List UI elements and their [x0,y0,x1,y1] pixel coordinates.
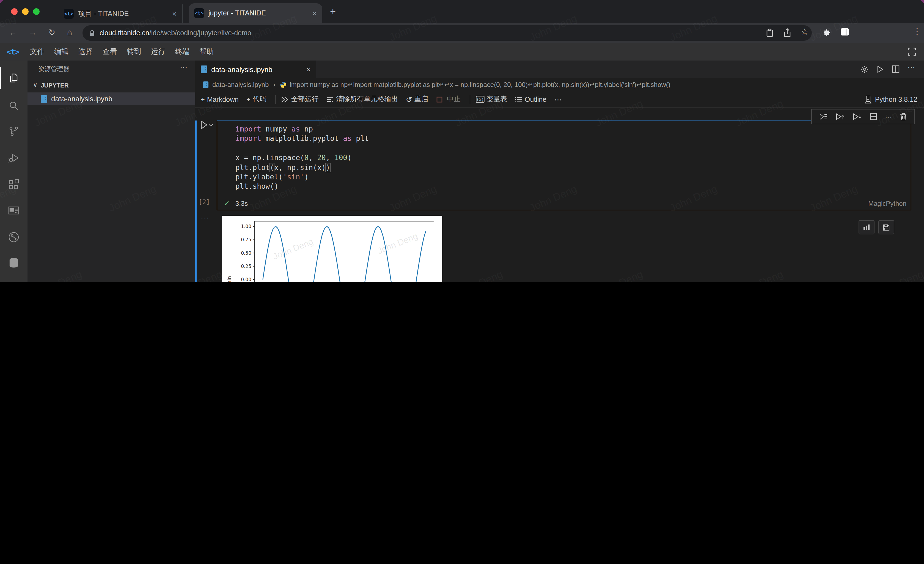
browser-tab-strip: <t> 项目 - TITANIDE × <t> jupyter - TITANI… [0,0,924,23]
fullscreen-icon[interactable] [908,47,916,56]
save-page-icon[interactable] [766,28,774,38]
explorer-sidebar: 资源管理器 ⋯ ∨ JUPYTER data-analysis.ipynb › … [27,60,195,282]
plus-icon: + [246,95,250,103]
code-line: plt.ylabel('sin') [236,172,369,182]
add-code-button[interactable]: +代码 [246,95,267,104]
breadcrumb[interactable]: data-analysis.ipynb › import numpy as np… [195,78,924,91]
notebook-settings-gear-icon[interactable] [860,65,869,74]
sidebar-item-notebook[interactable]: data-analysis.ipynb [27,92,195,105]
output-collapse-icon[interactable]: ··· [201,214,210,222]
source-control-icon[interactable] [8,125,20,138]
cell-more-icon[interactable]: ⋯ [885,113,892,121]
traffic-light-close[interactable] [11,8,18,15]
activity-bar [0,60,27,282]
cell-focus-indicator [195,120,197,282]
traffic-light-minimize[interactable] [22,8,28,15]
menu-help[interactable]: 帮助 [194,47,219,57]
file-name: data-analysis.ipynb [51,95,112,103]
code-line [236,144,369,153]
tab-close-icon[interactable]: × [312,9,317,18]
titanide-favicon: <t> [194,8,204,18]
notebook-file-icon [203,81,208,88]
share-icon[interactable] [783,28,792,38]
browser-tab-jupyter[interactable]: <t> jupyter - TITANIDE × [189,3,322,23]
run-editor-icon[interactable] [876,65,884,74]
split-editor-icon[interactable] [891,65,900,73]
vscode-menubar: <t> 文件 编辑 选择 查看 转到 运行 终端 帮助 [0,43,924,60]
bookmark-star-icon[interactable]: ☆ [801,26,809,37]
browser-menu-icon[interactable]: ⋮ [913,26,921,36]
editor-tab-notebook[interactable]: data-analysis.ipynb × [195,60,316,78]
toolbar-more-icon[interactable]: ⋯ [554,95,562,104]
delete-cell-icon[interactable] [900,113,907,120]
tab-close-icon[interactable]: × [172,9,177,18]
menu-edit[interactable]: 编辑 [49,47,74,57]
extensions-puzzle-icon[interactable] [823,28,832,38]
outline-icon [515,96,522,102]
svn-circle-icon[interactable] [8,231,20,243]
extensions-icon[interactable] [8,179,20,191]
browser-tab-project[interactable]: <t> 项目 - TITANIDE × [58,5,183,23]
breadcrumb-cell-summary[interactable]: import numpy as np↵import matplotlib.pyp… [290,81,670,89]
explorer-icon[interactable] [8,72,20,84]
workspace-section[interactable]: ∨ JUPYTER [30,81,69,89]
cell-code[interactable]: import numpy as npimport matplotlib.pypl… [236,124,369,191]
kernel-picker[interactable]: Python 3.8.12 [864,91,917,108]
run-cell-button[interactable] [200,120,214,130]
chevron-down-icon: ∨ [33,81,38,89]
save-plot-button[interactable] [878,220,894,235]
menu-view[interactable]: 查看 [98,47,122,57]
new-tab-button[interactable]: + [330,6,336,18]
notebook-file-icon [201,65,207,73]
screen: <t> 项目 - TITANIDE × <t> jupyter - TITANI… [0,0,924,282]
split-cell-icon[interactable] [870,113,877,120]
breadcrumb-file[interactable]: data-analysis.ipynb [212,81,268,89]
restart-kernel-button[interactable]: ↺重启 [406,95,428,104]
add-markdown-button[interactable]: +Markdown [201,95,239,103]
tab-close-icon[interactable]: × [307,65,311,74]
open-plot-viewer-button[interactable] [858,220,874,235]
variables-button[interactable]: (x)变量表 [476,95,507,104]
cell-language: MagicPython [868,200,906,208]
home-icon[interactable]: ⌂ [67,27,72,37]
svg-text:0.25: 0.25 [241,263,251,269]
menu-terminal[interactable]: 终端 [170,47,194,57]
clear-outputs-button[interactable]: 清除所有单元格输出 [326,95,398,104]
plus-icon: + [201,95,205,103]
toolbar-separator [470,95,470,104]
database-icon[interactable] [8,257,20,269]
code-line: plt.show() [236,182,369,191]
run-debug-icon[interactable] [8,152,20,164]
run-above-icon[interactable] [836,113,845,120]
notebook-file-icon [41,95,47,102]
menu-run[interactable]: 运行 [146,47,170,57]
reload-icon[interactable]: ↻ [48,27,55,38]
active-indicator [0,67,1,89]
svg-text:sin: sin [226,276,232,282]
cell-output-plot: John DengJohn DengJohn DengJohn Deng0.02… [222,216,442,282]
code-cell[interactable]: import numpy as npimport matplotlib.pypl… [217,120,911,210]
code-line: import numpy as np [236,124,369,134]
execute-above-icon[interactable] [819,113,828,120]
outline-button[interactable]: Outline [515,95,546,103]
preview-icon[interactable] [8,205,20,217]
svg-text:0.50: 0.50 [241,250,251,256]
explorer-more-icon[interactable]: ⋯ [180,63,188,72]
side-panel-icon[interactable] [840,28,849,36]
menu-selection[interactable]: 选择 [74,47,98,57]
traffic-light-zoom[interactable] [33,8,40,15]
notebook-canvas: [2] import numpy as npimport matplotlib.… [195,108,924,282]
explorer-title: 资源管理器 [39,65,70,73]
back-icon[interactable]: ← [9,27,17,37]
breadcrumb-separator: › [273,81,275,89]
run-all-button[interactable]: 全部运行 [281,95,319,104]
browser-tab-title: 项目 - TITANIDE [78,9,169,18]
menu-goto[interactable]: 转到 [122,47,146,57]
address-bar[interactable]: cloud.titanide.cn/ide/web/coding/jupyter… [82,25,812,41]
toolbar-separator [275,95,276,104]
run-below-icon[interactable] [852,113,862,120]
editor-more-icon[interactable]: ⋯ [908,63,915,72]
forward-icon[interactable]: → [28,27,37,37]
search-icon[interactable] [8,99,20,112]
menu-file[interactable]: 文件 [25,47,49,57]
